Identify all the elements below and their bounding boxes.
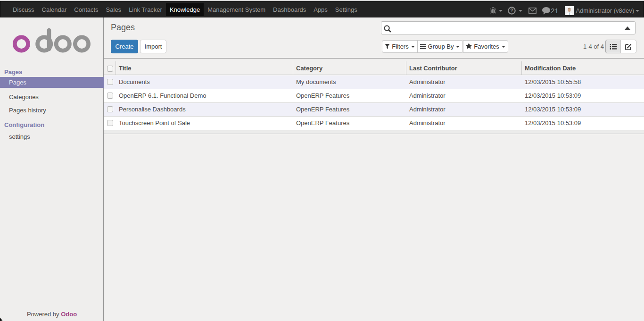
svg-text:?: ?: [511, 8, 513, 13]
